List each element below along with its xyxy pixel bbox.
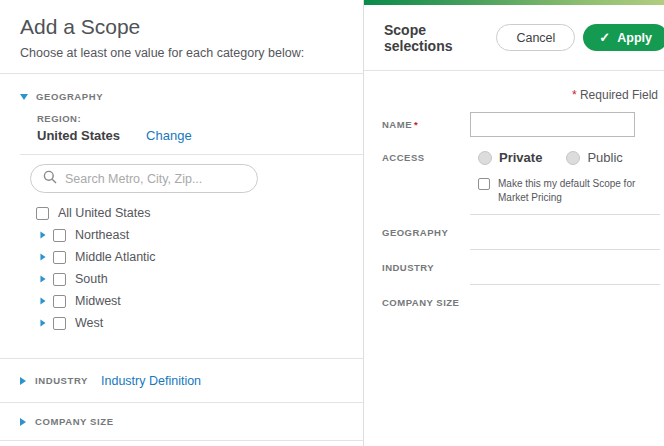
- company-size-summary-row: COMPANY SIZE: [382, 284, 660, 319]
- midwest-checkbox[interactable]: [53, 295, 66, 308]
- geography-summary-row: GEOGRAPHY: [382, 214, 660, 249]
- region-label: REGION:: [37, 113, 343, 124]
- geography-tree: All United States Northeast Middle Atlan…: [0, 193, 363, 330]
- panel-title: Scope selections: [384, 22, 496, 54]
- header-actions: Cancel ✓ Apply: [496, 24, 664, 51]
- west-checkbox[interactable]: [53, 317, 66, 330]
- region-value: United States: [37, 128, 120, 143]
- all-united-states-checkbox[interactable]: [36, 207, 49, 220]
- public-option-label: Public: [587, 150, 622, 165]
- required-note-text: Required Field: [580, 88, 658, 102]
- list-item-label: West: [75, 316, 103, 330]
- default-scope-checkbox[interactable]: [478, 178, 490, 190]
- region-row: United States Change: [37, 128, 343, 143]
- company-size-section-toggle[interactable]: COMPANY SIZE: [0, 402, 363, 441]
- scope-form: * Required Field NAME* ACCESS Private: [364, 71, 664, 319]
- search-input[interactable]: [65, 172, 247, 186]
- search-icon: [43, 170, 57, 188]
- public-radio[interactable]: [566, 151, 580, 165]
- list-item-all-united-states: All United States: [36, 206, 363, 220]
- private-option[interactable]: Private: [478, 150, 542, 165]
- cancel-button[interactable]: Cancel: [496, 24, 575, 51]
- add-scope-screen: Add a Scope Choose at least one value fo…: [0, 0, 664, 446]
- geography-section-label: GEOGRAPHY: [36, 91, 103, 102]
- caret-right-icon[interactable]: [40, 232, 45, 239]
- industry-summary-row: INDUSTRY: [382, 249, 660, 284]
- search-area: [0, 155, 363, 193]
- industry-section-toggle[interactable]: INDUSTRY Industry Definition: [0, 358, 363, 402]
- industry-section-label: INDUSTRY: [35, 375, 88, 386]
- caret-right-icon[interactable]: [40, 276, 45, 283]
- page-title: Add a Scope: [20, 15, 343, 39]
- caret-right-icon[interactable]: [40, 320, 45, 327]
- list-item-label: Middle Atlantic: [75, 250, 156, 264]
- required-field-note: * Required Field: [382, 81, 660, 110]
- access-field-row: ACCESS Private Public: [382, 150, 660, 165]
- check-icon: ✓: [599, 30, 610, 45]
- scope-selections-panel: Scope selections Cancel ✓ Apply * Requir…: [364, 0, 664, 446]
- public-option[interactable]: Public: [566, 150, 622, 165]
- name-label-text: NAME: [382, 119, 412, 130]
- metro-search-box: [30, 164, 258, 193]
- apply-button[interactable]: ✓ Apply: [583, 24, 664, 51]
- middle-atlantic-checkbox[interactable]: [53, 251, 66, 264]
- private-radio[interactable]: [478, 151, 492, 165]
- required-asterisk: *: [414, 119, 418, 130]
- caret-right-icon[interactable]: [40, 298, 45, 305]
- caret-right-icon[interactable]: [40, 254, 45, 261]
- spacer-label: [382, 177, 470, 204]
- page-subtitle: Choose at least one value for each categ…: [20, 46, 343, 60]
- industry-summary-value: [470, 249, 660, 284]
- caret-right-icon: [20, 377, 26, 385]
- list-item-midwest: Midwest: [36, 294, 363, 308]
- list-item-middle-atlantic: Middle Atlantic: [36, 250, 363, 264]
- geography-summary-value: [470, 214, 660, 249]
- default-scope-row: Make this my default Scope for Market Pr…: [382, 177, 660, 204]
- apply-button-label: Apply: [617, 31, 652, 45]
- default-scope-option: Make this my default Scope for Market Pr…: [470, 177, 660, 204]
- list-item-label: All United States: [58, 206, 150, 220]
- private-option-label: Private: [499, 150, 542, 165]
- name-field-row: NAME*: [382, 112, 660, 137]
- left-panel-header: Add a Scope Choose at least one value fo…: [0, 0, 363, 74]
- caret-down-icon: [20, 94, 28, 100]
- access-options: Private Public: [470, 150, 623, 165]
- scope-selections-header: Scope selections Cancel ✓ Apply: [364, 5, 664, 71]
- geography-summary-label: GEOGRAPHY: [382, 214, 470, 249]
- scope-builder-panel: Add a Scope Choose at least one value fo…: [0, 0, 364, 446]
- list-item-label: South: [75, 272, 108, 286]
- industry-summary-label: INDUSTRY: [382, 249, 470, 284]
- geography-section: GEOGRAPHY REGION: United States Change: [0, 74, 363, 143]
- geography-section-toggle[interactable]: GEOGRAPHY: [20, 91, 343, 102]
- list-item-label: Midwest: [75, 294, 121, 308]
- caret-right-icon: [20, 418, 26, 426]
- list-item-south: South: [36, 272, 363, 286]
- access-label: ACCESS: [382, 152, 470, 163]
- collapsed-sections: INDUSTRY Industry Definition COMPANY SIZ…: [0, 358, 363, 441]
- name-input[interactable]: [470, 112, 635, 137]
- list-item-west: West: [36, 316, 363, 330]
- list-item-northeast: Northeast: [36, 228, 363, 242]
- south-checkbox[interactable]: [53, 273, 66, 286]
- required-asterisk: *: [572, 88, 577, 102]
- change-region-link[interactable]: Change: [146, 128, 192, 143]
- name-label: NAME*: [382, 119, 470, 130]
- industry-definition-link[interactable]: Industry Definition: [101, 374, 201, 388]
- selection-summary: GEOGRAPHY INDUSTRY COMPANY SIZE: [382, 214, 660, 319]
- default-scope-label: Make this my default Scope for Market Pr…: [498, 177, 660, 204]
- list-item-label: Northeast: [75, 228, 129, 242]
- company-size-summary-value: [470, 284, 660, 319]
- name-field-content: [470, 112, 635, 137]
- company-size-summary-label: COMPANY SIZE: [382, 284, 470, 319]
- northeast-checkbox[interactable]: [53, 229, 66, 242]
- company-size-section-label: COMPANY SIZE: [35, 416, 114, 427]
